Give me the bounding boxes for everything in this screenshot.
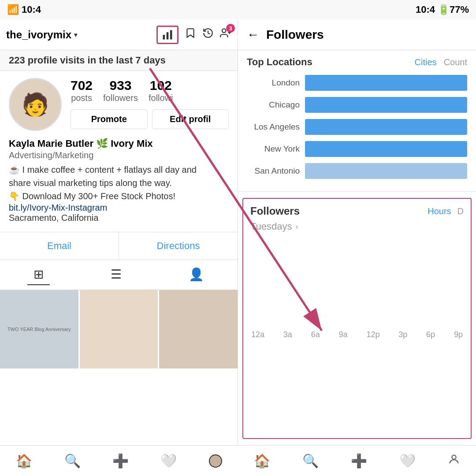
x-label-6a: 6a xyxy=(311,330,320,339)
avatar: 🧑 xyxy=(9,78,62,131)
x-label-6p: 6p xyxy=(426,330,435,339)
grid-tab-icon[interactable]: ⊞ xyxy=(27,264,50,285)
x-label-3p: 3p xyxy=(398,330,407,339)
directions-button[interactable]: Directions xyxy=(119,232,238,260)
insights-icon[interactable] xyxy=(156,26,178,44)
status-time-left: 10:4 xyxy=(22,4,41,15)
chart-tabs: Hours D xyxy=(428,206,464,216)
grid-item-2[interactable] xyxy=(80,290,158,368)
home-icon-left[interactable]: 🏠 xyxy=(16,453,32,469)
countries-tab[interactable]: Count xyxy=(444,57,467,67)
bar-london xyxy=(305,75,467,91)
chart-title: Followers xyxy=(250,205,300,217)
back-button[interactable]: ← xyxy=(247,28,259,42)
grid-item-1[interactable]: TWO YEAR Blog Anniversary xyxy=(0,290,78,368)
cities-tab[interactable]: Cities xyxy=(415,57,437,67)
bio-category: Advertising/Marketing xyxy=(9,150,229,160)
history-icon[interactable] xyxy=(202,27,214,42)
followers-stat[interactable]: 933 followers xyxy=(103,78,138,103)
bio-line1: ☕ I make coffee + content + flatlays all… xyxy=(9,165,197,175)
bar-chart xyxy=(250,238,464,327)
x-label-12a: 12a xyxy=(251,330,264,339)
svg-rect-0 xyxy=(163,35,165,40)
bar-row-sanantonio: San Antonio xyxy=(247,163,467,179)
followers-chart-section: Followers Hours D Tuesdays › 12a xyxy=(242,198,472,439)
locations-header: Top Locations Cities Count xyxy=(247,56,467,68)
posts-label: posts xyxy=(71,93,92,103)
bio-line3: 👇 Download My 300+ Free Stock Photos! xyxy=(9,191,175,201)
profile-stats: 702 posts 933 followers 102 followi xyxy=(71,78,229,103)
locations-tabs: Cities Count xyxy=(415,57,467,67)
bar-row-newyork: New York xyxy=(247,141,467,157)
profile-section: 🧑 702 posts 933 followers xyxy=(0,71,238,138)
bar-row-london: London xyxy=(247,75,467,91)
nav-icons: 3 xyxy=(156,26,231,44)
posts-stat: 702 posts xyxy=(71,78,93,103)
username-display[interactable]: the_ivorymix ▾ xyxy=(6,29,77,41)
tagged-tab-icon[interactable]: 👤 xyxy=(182,264,210,285)
profile-visits-banner: 223 profile visits in the last 7 days xyxy=(0,50,238,71)
home-icon-right[interactable]: 🏠 xyxy=(254,453,270,469)
day-selector[interactable]: Tuesdays › xyxy=(250,221,464,232)
posts-number: 702 xyxy=(71,78,93,93)
heart-icon-right[interactable]: 🤍 xyxy=(399,453,416,469)
battery-icon: 🔋77% xyxy=(438,4,469,15)
search-icon-right[interactable]: 🔍 xyxy=(302,453,319,469)
x-label-12p: 12p xyxy=(366,330,379,339)
edit-profile-button[interactable]: Edit profil xyxy=(152,109,229,129)
heart-icon-left[interactable]: 🤍 xyxy=(160,453,177,469)
bar-sanantonio xyxy=(305,163,467,179)
locations-title: Top Locations xyxy=(247,56,312,68)
promote-button[interactable]: Promote xyxy=(71,109,148,129)
x-label-3a: 3a xyxy=(283,330,292,339)
add-icon-right[interactable]: ➕ xyxy=(351,453,367,469)
bar-row-losangeles: Los Angeles xyxy=(247,119,467,135)
profile-icon-right[interactable] xyxy=(448,453,460,469)
status-left: 📶 10:4 xyxy=(7,4,41,15)
left-nav: the_ivorymix ▾ xyxy=(0,19,238,50)
email-button[interactable]: Email xyxy=(0,232,119,260)
city-label-losangeles: Los Angeles xyxy=(247,122,300,132)
city-label-chicago: Chicago xyxy=(247,100,300,110)
bio-text: ☕ I make coffee + content + flatlays all… xyxy=(9,163,229,203)
svg-point-6 xyxy=(452,455,456,459)
following-label: followi xyxy=(149,93,173,103)
left-bottom-nav: 🏠 🔍 ➕ 🤍 xyxy=(0,445,238,476)
chart-header: Followers Hours D xyxy=(250,205,464,217)
bar-chicago xyxy=(305,97,467,113)
day-chevron-icon: › xyxy=(296,222,298,231)
hours-tab[interactable]: Hours xyxy=(428,206,451,216)
days-tab[interactable]: D xyxy=(457,206,464,216)
profile-circle-left[interactable] xyxy=(209,454,222,468)
username-text: the_ivorymix xyxy=(6,29,71,41)
bio-name: Kayla Marie Butler 🌿 Ivory Mix xyxy=(9,138,229,149)
add-icon-left[interactable]: ➕ xyxy=(112,453,129,469)
list-tab-icon[interactable]: ☰ xyxy=(104,264,128,285)
bar-newyork xyxy=(305,141,467,157)
bio-line2: share visual marketing tips along the wa… xyxy=(9,178,172,188)
status-time-right: 10:4 xyxy=(416,4,435,15)
visits-count: 223 xyxy=(9,55,25,66)
wifi-icon: 📶 xyxy=(7,4,19,15)
profile-buttons: Promote Edit profil xyxy=(71,109,229,129)
following-number: 102 xyxy=(150,78,172,93)
day-name: Tuesdays xyxy=(250,221,292,232)
bar-losangeles xyxy=(305,119,467,135)
following-stat[interactable]: 102 followi xyxy=(149,78,173,103)
right-bottom-nav: 🏠 🔍 ➕ 🤍 xyxy=(238,445,476,476)
search-icon-left[interactable]: 🔍 xyxy=(64,453,81,469)
bookmark-icon[interactable] xyxy=(185,27,196,42)
city-label-sanantonio: San Antonio xyxy=(247,166,300,176)
add-person-icon[interactable]: 3 xyxy=(220,27,231,42)
bio-link[interactable]: bit.ly/Ivory-Mix-Instagram xyxy=(9,203,229,213)
city-label-london: London xyxy=(247,78,300,88)
followers-number: 933 xyxy=(109,78,131,93)
bio-location: Sacramento, California xyxy=(9,213,229,223)
city-label-newyork: New York xyxy=(247,144,300,154)
contact-bar: Email Directions xyxy=(0,232,238,260)
followers-label: followers xyxy=(103,93,138,103)
status-bar: 📶 10:4 10:4 🔋77% xyxy=(0,0,476,19)
chevron-down-icon: ▾ xyxy=(74,31,77,38)
grid-item-3[interactable] xyxy=(159,290,238,368)
x-label-9p: 9p xyxy=(454,330,463,339)
